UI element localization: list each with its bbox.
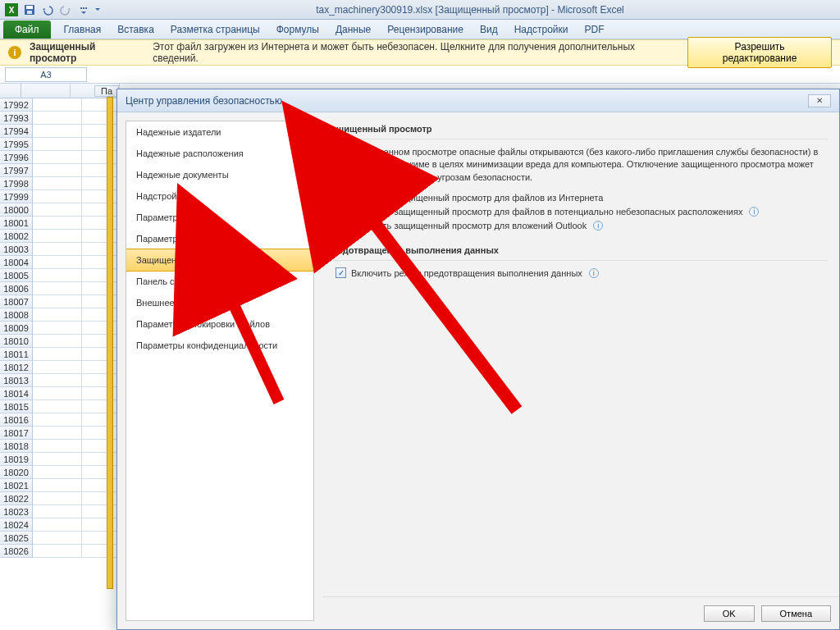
- undo-icon[interactable]: [39, 2, 56, 18]
- row-header[interactable]: 18022: [0, 492, 33, 505]
- cell[interactable]: [33, 177, 82, 190]
- cell[interactable]: [33, 335, 82, 348]
- row-header[interactable]: 18016: [0, 413, 33, 427]
- tab-pdf[interactable]: PDF: [577, 21, 613, 39]
- row-header[interactable]: 18004: [0, 256, 33, 269]
- checkbox-pv-outlook[interactable]: ✓: [336, 220, 346, 231]
- row-header[interactable]: 18010: [0, 335, 33, 348]
- close-icon[interactable]: ✕: [808, 94, 831, 107]
- row-header[interactable]: 18007: [0, 295, 33, 308]
- nav-item[interactable]: Параметры блокировки файлов: [126, 313, 313, 335]
- cell[interactable]: [33, 466, 82, 479]
- nav-item[interactable]: Надежные издатели: [126, 121, 313, 143]
- ok-button[interactable]: OK: [704, 605, 755, 622]
- cell[interactable]: [33, 98, 82, 112]
- row-header[interactable]: 18000: [0, 203, 33, 217]
- name-box[interactable]: A3: [5, 67, 87, 82]
- qat-more-icon[interactable]: [75, 2, 92, 18]
- row-header[interactable]: 18012: [0, 361, 33, 374]
- tab-view[interactable]: Вид: [472, 21, 506, 39]
- cell[interactable]: [33, 479, 82, 492]
- info-icon[interactable]: i: [593, 221, 603, 231]
- cell[interactable]: [33, 138, 82, 151]
- cell[interactable]: [33, 532, 82, 545]
- row-header[interactable]: 18006: [0, 282, 33, 295]
- cell[interactable]: [33, 125, 82, 138]
- cell[interactable]: [33, 518, 82, 532]
- row-header[interactable]: 18003: [0, 243, 33, 256]
- row-header[interactable]: 18024: [0, 518, 33, 532]
- row-header[interactable]: 18017: [0, 427, 33, 440]
- tab-insert[interactable]: Вставка: [109, 21, 162, 39]
- cell[interactable]: [33, 427, 82, 440]
- cell[interactable]: [33, 322, 82, 335]
- nav-item[interactable]: Защищенный просмотр: [126, 249, 314, 272]
- nav-item[interactable]: Параметры конфиденциальности: [126, 335, 313, 356]
- tab-review[interactable]: Рецензирование: [379, 21, 472, 39]
- row-header[interactable]: 18011: [0, 348, 33, 361]
- select-all-corner[interactable]: [0, 84, 21, 98]
- tab-formulas[interactable]: Формулы: [268, 21, 327, 39]
- tab-data[interactable]: Данные: [327, 21, 379, 39]
- row-header[interactable]: 18001: [0, 217, 33, 230]
- row-header[interactable]: 17992: [0, 98, 33, 112]
- row-header[interactable]: 17998: [0, 177, 33, 190]
- row-header[interactable]: 17993: [0, 112, 33, 125]
- tab-home[interactable]: Главная: [56, 21, 110, 39]
- cell[interactable]: [33, 217, 82, 230]
- cell[interactable]: [33, 282, 82, 295]
- cell[interactable]: [33, 374, 82, 387]
- cell[interactable]: [33, 243, 82, 256]
- cell[interactable]: [33, 413, 82, 427]
- info-icon[interactable]: i: [749, 207, 759, 217]
- checkbox-pv-internet[interactable]: ✓: [336, 192, 346, 203]
- row-header[interactable]: 17995: [0, 138, 33, 151]
- nav-item[interactable]: Надежные расположения: [126, 143, 313, 164]
- nav-item[interactable]: Внешнее содержимое: [126, 292, 313, 313]
- row-header[interactable]: 18002: [0, 230, 33, 243]
- nav-item[interactable]: Параметры ActiveX: [126, 207, 313, 228]
- cell[interactable]: [33, 308, 82, 322]
- row-header[interactable]: 18014: [0, 387, 33, 400]
- tab-page-layout[interactable]: Разметка страницы: [162, 21, 268, 39]
- row-header[interactable]: 18023: [0, 505, 33, 518]
- cell[interactable]: [33, 230, 82, 243]
- cell[interactable]: [33, 505, 82, 518]
- row-header[interactable]: 17996: [0, 151, 33, 164]
- cell[interactable]: [33, 256, 82, 269]
- cell[interactable]: [33, 190, 82, 203]
- cell[interactable]: [33, 387, 82, 400]
- row-header[interactable]: 18015: [0, 400, 33, 413]
- cell[interactable]: [33, 453, 82, 466]
- excel-app-icon[interactable]: X: [3, 2, 20, 18]
- cell[interactable]: [33, 400, 82, 413]
- info-icon[interactable]: i: [589, 268, 599, 278]
- row-header[interactable]: 17997: [0, 164, 33, 177]
- column-header[interactable]: [21, 84, 71, 98]
- cell[interactable]: [33, 361, 82, 374]
- row-header[interactable]: 18018: [0, 440, 33, 453]
- cell[interactable]: [33, 492, 82, 505]
- tab-addins[interactable]: Надстройки: [506, 21, 577, 39]
- save-icon[interactable]: [21, 2, 38, 18]
- qat-dropdown-icon[interactable]: [94, 2, 102, 18]
- cell[interactable]: [33, 545, 82, 558]
- cell[interactable]: [33, 440, 82, 453]
- checkbox-dep[interactable]: ✓: [336, 267, 346, 278]
- nav-item[interactable]: Надстройки: [126, 185, 313, 207]
- row-header[interactable]: 18025: [0, 532, 33, 545]
- enable-editing-button[interactable]: Разрешить редактирование: [687, 37, 832, 68]
- row-header[interactable]: 18026: [0, 545, 33, 558]
- cell[interactable]: [33, 269, 82, 282]
- row-header[interactable]: 18019: [0, 453, 33, 466]
- row-header[interactable]: 18020: [0, 466, 33, 479]
- cell[interactable]: [33, 203, 82, 217]
- file-tab[interactable]: Файл: [3, 21, 51, 39]
- checkbox-pv-unsafe-locations[interactable]: ✓: [336, 206, 346, 217]
- row-header[interactable]: 18008: [0, 308, 33, 322]
- row-header[interactable]: 18013: [0, 374, 33, 387]
- cell[interactable]: [33, 348, 82, 361]
- cell[interactable]: [33, 164, 82, 177]
- nav-item[interactable]: Параметры макросов: [126, 228, 313, 249]
- row-header[interactable]: 17994: [0, 125, 33, 138]
